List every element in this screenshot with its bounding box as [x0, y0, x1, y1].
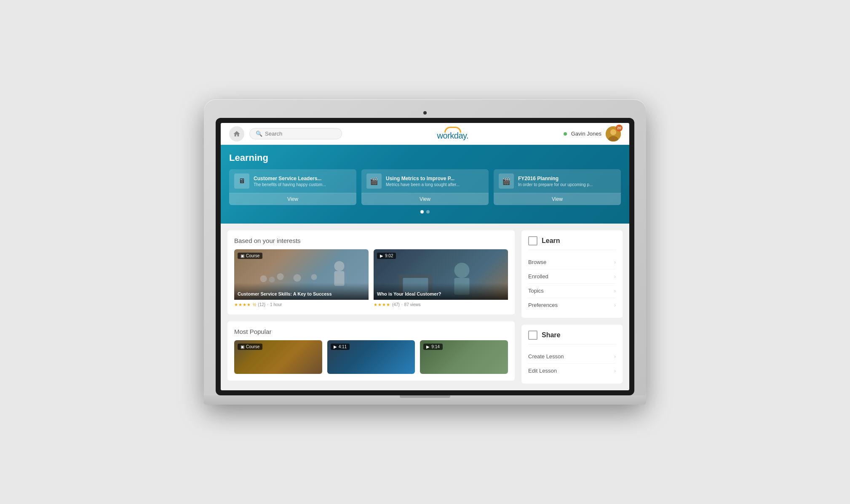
interests-thumbnails: ▣ Course: [234, 249, 508, 308]
edit-lesson-chevron: ›: [614, 368, 616, 374]
course-title-2: FY2016 Planning: [518, 176, 616, 181]
meta-0: 1 hour: [270, 302, 282, 307]
p-badge-icon-0: ▣: [241, 344, 244, 349]
course-info-1: Using Metrics to Improve P... Metrics ha…: [386, 176, 484, 187]
view-button-0[interactable]: View: [229, 193, 356, 205]
share-section-title: Share: [528, 331, 616, 344]
course-title-1: Using Metrics to Improve P...: [386, 176, 484, 181]
sidebar-item-create-lesson[interactable]: Create Lesson ›: [528, 349, 616, 364]
p-video-icon-2: ▶: [426, 344, 430, 349]
share-title-label: Share: [542, 331, 560, 339]
search-bar[interactable]: 🔍: [249, 128, 342, 139]
screen: 🔍 workday. Gavin Jones: [221, 123, 629, 390]
content-left: Based on your interests ▣ Course: [227, 230, 515, 384]
stars-1: ★★★★: [374, 302, 390, 307]
thumb-image-0: ▣ Course: [234, 249, 369, 300]
user-name-label: Gavin Jones: [571, 131, 601, 137]
dot-2[interactable]: [426, 210, 430, 213]
create-lesson-chevron: ›: [614, 354, 616, 360]
popular-badge-0: ▣ Course: [238, 344, 262, 350]
popular-image-2: ▶ 9:14: [420, 340, 508, 374]
share-icon: [528, 331, 537, 340]
course-title-0: Customer Service Leaders...: [254, 176, 351, 181]
learn-section-title: Learn: [528, 236, 616, 250]
header-right: Gavin Jones 20: [564, 126, 621, 141]
dot-1[interactable]: [420, 210, 424, 213]
popular-card-0[interactable]: ▣ Course: [234, 340, 322, 374]
carousel-dots: [229, 210, 621, 213]
sidebar-item-topics[interactable]: Topics ›: [528, 284, 616, 298]
thumb-card-1[interactable]: ▶ 9:02 Who is Your Id: [374, 249, 508, 308]
learning-title: Learning: [229, 152, 621, 163]
popular-card-2[interactable]: ▶ 9:14: [420, 340, 508, 374]
thumb-meta-0: ★★★★ ½ (12) · 1 hour: [234, 300, 369, 308]
popular-thumbnails: ▣ Course ▶ 4:11: [234, 340, 508, 374]
enrolled-chevron: ›: [614, 274, 616, 280]
svg-point-10: [454, 263, 470, 278]
learn-section: Learn Browse › Enrolled › Topics ›: [521, 230, 623, 318]
search-input[interactable]: [265, 131, 336, 137]
thumb-title-0: Customer Service Skills: A Key to Succes…: [234, 283, 369, 300]
popular-card-1[interactable]: ▶ 4:11: [327, 340, 415, 374]
p-video-icon-1: ▶: [334, 344, 337, 349]
preferences-label: Preferences: [528, 302, 558, 308]
interests-section: Based on your interests ▣ Course: [227, 230, 515, 315]
user-status-indicator: [564, 132, 567, 136]
course-icon-2: 🎬: [499, 173, 514, 189]
popular-section: Most Popular ▣ Course: [227, 321, 515, 381]
banner-card-2[interactable]: 🎬 FY2016 Planning In order to prepare fo…: [494, 169, 621, 205]
learn-icon: [528, 236, 537, 245]
preferences-chevron: ›: [614, 302, 616, 308]
svg-point-8: [311, 274, 317, 280]
course-desc-1: Metrics have been a long sought after...: [386, 182, 484, 187]
popular-duration-2: ▶ 9:14: [423, 344, 442, 350]
avatar-wrapper[interactable]: 20: [606, 126, 621, 141]
svg-point-9: [269, 277, 275, 283]
learn-title-label: Learn: [542, 237, 560, 245]
enrolled-label: Enrolled: [528, 273, 548, 280]
view-button-1[interactable]: View: [361, 193, 489, 205]
screen-bezel: 🔍 workday. Gavin Jones: [216, 118, 634, 395]
course-info-0: Customer Service Leaders... The benefits…: [254, 176, 351, 187]
interests-title: Based on your interests: [234, 237, 508, 244]
course-icon-1: 🎬: [366, 173, 382, 189]
topics-chevron: ›: [614, 288, 616, 294]
create-lesson-label: Create Lesson: [528, 353, 564, 360]
laptop-frame: 🔍 workday. Gavin Jones: [204, 99, 646, 405]
sidebar-item-preferences[interactable]: Preferences ›: [528, 298, 616, 312]
share-section: Share Create Lesson › Edit Lesson ›: [521, 325, 623, 384]
course-info-2: FY2016 Planning In order to prepare for …: [518, 176, 616, 187]
home-button[interactable]: [229, 126, 244, 141]
sidebar-right: Learn Browse › Enrolled › Topics ›: [521, 230, 623, 384]
browse-chevron: ›: [614, 259, 616, 265]
search-icon: 🔍: [256, 131, 262, 137]
meta-1: 87 views: [404, 302, 421, 307]
svg-point-5: [260, 275, 267, 282]
thumb-meta-1: ★★★★ (47) · 87 views: [374, 300, 508, 308]
popular-duration-1: ▶ 4:11: [331, 344, 350, 350]
sidebar-item-edit-lesson[interactable]: Edit Lesson ›: [528, 364, 616, 378]
banner-card-1[interactable]: 🎬 Using Metrics to Improve P... Metrics …: [361, 169, 489, 205]
sidebar-item-enrolled[interactable]: Enrolled ›: [528, 269, 616, 284]
banner-card-0[interactable]: 🖥 Customer Service Leaders... The benefi…: [229, 169, 356, 205]
stars-0: ★★★★: [234, 302, 251, 307]
laptop-base: [204, 395, 646, 405]
view-button-2[interactable]: View: [494, 193, 621, 205]
course-desc-0: The benefits of having happy custom...: [254, 182, 351, 187]
rating-count-1: (47): [392, 302, 400, 307]
svg-point-6: [277, 273, 284, 280]
thumb-card-0[interactable]: ▣ Course: [234, 249, 369, 308]
popular-image-0: ▣ Course: [234, 340, 322, 374]
logo-area: workday.: [342, 127, 564, 141]
p-duration-label-1: 4:11: [339, 344, 347, 349]
sidebar-item-browse[interactable]: Browse ›: [528, 255, 616, 269]
webcam: [423, 111, 427, 115]
topics-label: Topics: [528, 288, 544, 294]
p-duration-label-2: 9:14: [431, 344, 439, 349]
learning-banner: Learning 🖥 Customer Service Leaders... T…: [221, 145, 629, 224]
workday-logo: workday.: [437, 127, 469, 141]
app-header: 🔍 workday. Gavin Jones: [221, 123, 629, 145]
svg-point-7: [294, 274, 301, 282]
course-desc-2: In order to prepare for our upcoming p..…: [518, 182, 616, 187]
half-star-0: ½: [253, 302, 256, 307]
